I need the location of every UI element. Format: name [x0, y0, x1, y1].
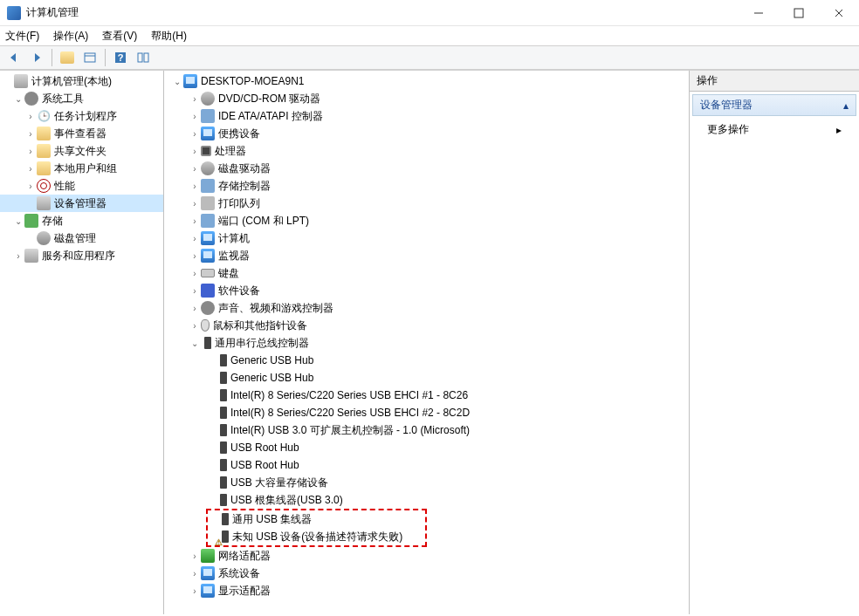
expander-icon[interactable]: ›: [189, 112, 201, 121]
device-keyboards[interactable]: › 键盘: [164, 264, 689, 282]
expander-icon[interactable]: ›: [189, 94, 201, 104]
tree-local-users[interactable]: › 本地用户和组: [0, 160, 163, 177]
expander-icon[interactable]: ›: [189, 551, 201, 561]
usb-root-hub[interactable]: USB Root Hub: [164, 439, 689, 456]
expander-icon[interactable]: ›: [189, 216, 201, 226]
expander-icon[interactable]: ›: [189, 181, 201, 191]
center-scroll[interactable]: ⌄ DESKTOP-MOEA9N1 › DVD/CD-ROM 驱动器 › IDE…: [164, 71, 689, 614]
right-section-device-manager[interactable]: 设备管理器 ▴: [692, 94, 856, 116]
device-system-devices[interactable]: › 系统设备: [164, 565, 689, 582]
expander-icon[interactable]: ›: [24, 164, 37, 174]
expander-icon[interactable]: ⌄: [189, 339, 201, 348]
device-sound[interactable]: › 声音、视频和游戏控制器: [164, 299, 689, 317]
device-storage-ctrl[interactable]: › 存储控制器: [164, 177, 689, 195]
warning-icon: ⚠: [215, 537, 223, 547]
tree-device-manager[interactable]: 设备管理器: [0, 195, 163, 212]
gear-icon: [24, 92, 38, 106]
expander-icon[interactable]: ›: [24, 147, 37, 156]
expander-icon[interactable]: ›: [189, 569, 201, 578]
help-button[interactable]: ?: [110, 48, 131, 67]
refresh-button[interactable]: [133, 48, 154, 67]
tree-shared-folders[interactable]: › 共享文件夹: [0, 142, 163, 160]
usb-generic-hub[interactable]: Generic USB Hub: [164, 352, 689, 369]
expander-icon[interactable]: ›: [24, 129, 37, 139]
expander-icon[interactable]: ⌄: [171, 77, 183, 86]
device-mgr-icon: [37, 196, 51, 210]
show-hide-button[interactable]: [57, 48, 78, 67]
usb-ehci-2[interactable]: Intel(R) 8 Series/C220 Series USB EHCI #…: [164, 404, 689, 421]
device-ide[interactable]: › IDE ATA/ATAPI 控制器: [164, 107, 689, 125]
right-more-actions[interactable]: 更多操作 ▸: [690, 119, 859, 140]
view-button[interactable]: [79, 48, 100, 67]
device-processor[interactable]: › 处理器: [164, 142, 689, 160]
device-dvd[interactable]: › DVD/CD-ROM 驱动器: [164, 90, 689, 107]
expander-icon[interactable]: ›: [189, 321, 201, 331]
device-computer-root[interactable]: ⌄ DESKTOP-MOEA9N1: [164, 72, 689, 90]
tree-label: 服务和应用程序: [42, 249, 115, 264]
expander-icon[interactable]: ›: [189, 286, 201, 296]
expander-icon[interactable]: ›: [189, 251, 201, 261]
back-button[interactable]: [3, 48, 24, 67]
expander-icon[interactable]: ›: [189, 129, 201, 139]
device-label: DVD/CD-ROM 驱动器: [218, 92, 320, 106]
device-label: 计算机: [218, 231, 250, 246]
expander-icon[interactable]: ⌄: [12, 216, 24, 226]
device-mouse[interactable]: › 鼠标和其他指针设备: [164, 317, 689, 334]
device-ports[interactable]: › 端口 (COM 和 LPT): [164, 212, 689, 229]
left-tree-pane[interactable]: 计算机管理(本地) ⌄ 系统工具 › 🕒 任务计划程序 › 事件查看器 › 共享…: [0, 71, 164, 614]
expander-icon[interactable]: ›: [189, 199, 201, 209]
menu-action[interactable]: 操作(A): [53, 29, 88, 44]
expander-icon[interactable]: ›: [189, 304, 201, 313]
expander-icon[interactable]: ›: [189, 586, 201, 596]
menu-file[interactable]: 文件(F): [5, 29, 39, 44]
tree-label: 事件查看器: [54, 127, 107, 141]
device-label: 未知 USB 设备(设备描述符请求失败): [232, 530, 402, 544]
expander-icon[interactable]: ›: [189, 234, 201, 243]
tree-storage[interactable]: ⌄ 存储: [0, 212, 163, 229]
menu-view[interactable]: 查看(V): [102, 29, 137, 44]
usb-root-hub-3[interactable]: USB 根集线器(USB 3.0): [164, 491, 689, 509]
usb-unknown-device[interactable]: ⚠ 未知 USB 设备(设备描述符请求失败): [208, 528, 425, 545]
usb-root-hub[interactable]: USB Root Hub: [164, 456, 689, 474]
expander-icon[interactable]: ›: [24, 112, 37, 121]
device-network[interactable]: › 网络适配器: [164, 547, 689, 565]
device-disk-drives[interactable]: › 磁盘驱动器: [164, 160, 689, 177]
tree-services[interactable]: › 服务和应用程序: [0, 247, 163, 264]
usb-3-controller[interactable]: Intel(R) USB 3.0 可扩展主机控制器 - 1.0 (Microso…: [164, 421, 689, 439]
device-label: 处理器: [215, 144, 246, 159]
usb-generic-hub-cn[interactable]: 通用 USB 集线器: [208, 510, 425, 528]
expander-icon[interactable]: ›: [24, 181, 37, 191]
tree-root[interactable]: 计算机管理(本地): [0, 72, 163, 90]
tree-disk-management[interactable]: 磁盘管理: [0, 229, 163, 247]
usb-mass-storage[interactable]: USB 大容量存储设备: [164, 474, 689, 491]
keyboard-icon: [201, 269, 215, 277]
device-label: 端口 (COM 和 LPT): [218, 214, 309, 229]
menu-help[interactable]: 帮助(H): [151, 29, 187, 44]
usb-generic-hub[interactable]: Generic USB Hub: [164, 369, 689, 387]
expander-icon[interactable]: ⌄: [12, 94, 24, 104]
tree-performance[interactable]: › 性能: [0, 177, 163, 195]
device-print-queue[interactable]: › 打印队列: [164, 195, 689, 212]
expander-icon[interactable]: ›: [189, 164, 201, 174]
expander-icon[interactable]: ›: [189, 147, 201, 156]
title-bar: 计算机管理: [0, 0, 859, 26]
device-label: 存储控制器: [218, 179, 271, 194]
device-portable[interactable]: › 便携设备: [164, 125, 689, 142]
expander-icon[interactable]: ›: [189, 269, 201, 278]
device-display-adapters[interactable]: › 显示适配器: [164, 582, 689, 599]
minimize-button[interactable]: [739, 0, 779, 25]
tree-event-viewer[interactable]: › 事件查看器: [0, 125, 163, 142]
usb-ehci-1[interactable]: Intel(R) 8 Series/C220 Series USB EHCI #…: [164, 387, 689, 404]
close-button[interactable]: [819, 0, 859, 25]
device-computers[interactable]: › 计算机: [164, 229, 689, 247]
device-monitors[interactable]: › 监视器: [164, 247, 689, 264]
maximize-button[interactable]: [779, 0, 819, 25]
forward-button[interactable]: [26, 48, 47, 67]
tree-system-tools[interactable]: ⌄ 系统工具: [0, 90, 163, 107]
tree-task-scheduler[interactable]: › 🕒 任务计划程序: [0, 107, 163, 125]
expander-icon[interactable]: ›: [12, 251, 24, 261]
device-usb-controllers[interactable]: ⌄ 通用串行总线控制器: [164, 334, 689, 352]
collapse-icon[interactable]: ▴: [843, 99, 849, 112]
usb-icon: [220, 407, 227, 419]
device-software[interactable]: › 软件设备: [164, 282, 689, 299]
